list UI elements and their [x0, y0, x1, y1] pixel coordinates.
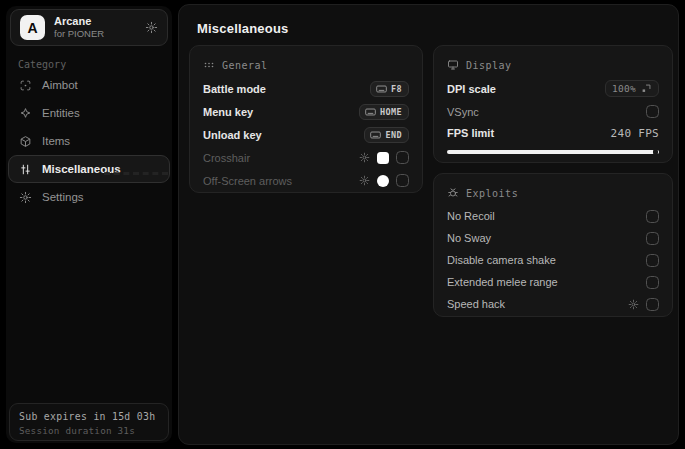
- sub-expires-text: Sub expires in 15d 03h: [19, 410, 159, 424]
- crosshair-row: Crosshair: [203, 146, 409, 169]
- battle-mode-keybind[interactable]: F8: [370, 81, 409, 97]
- speed-hack-checkbox[interactable]: [646, 298, 659, 311]
- battle-mode-row: Battle mode F8: [203, 77, 409, 100]
- page-title: Miscellaneous: [197, 21, 288, 36]
- sparkle-icon: [19, 107, 32, 120]
- vsync-row: VSync: [447, 100, 659, 123]
- sidebar-item-aimbot[interactable]: Aimbot: [8, 71, 170, 99]
- offscreen-arrows-row: Off-Screen arrows: [203, 169, 409, 192]
- no-sway-label: No Sway: [447, 232, 646, 244]
- cube-icon: [19, 135, 32, 148]
- sidebar-item-label: Items: [42, 135, 70, 147]
- unload-key-label: Unload key: [203, 129, 364, 141]
- extended-melee-range-row: Extended melee range: [447, 271, 659, 293]
- fps-limit-value: 240 FPS: [611, 127, 659, 140]
- menu-key-value: HOME: [380, 107, 402, 117]
- no-sway-checkbox[interactable]: [646, 232, 659, 245]
- display-panel-title: Display: [466, 60, 512, 71]
- scan-icon: [19, 79, 32, 92]
- gear-icon: [19, 191, 32, 204]
- fps-limit-row: FPS limit 240 FPS: [447, 123, 659, 143]
- keyboard-icon: [370, 131, 381, 139]
- offscreen-arrows-checkbox[interactable]: [396, 174, 409, 187]
- display-panel-header: Display: [447, 56, 659, 74]
- dpi-scale-label: DPI scale: [447, 83, 605, 95]
- speed-hack-gear-icon[interactable]: [628, 299, 639, 310]
- disable-camera-shake-label: Disable camera shake: [447, 254, 646, 266]
- crosshair-color-swatch[interactable]: [377, 152, 389, 164]
- crosshair-label: Crosshair: [203, 152, 359, 164]
- unload-keybind[interactable]: END: [364, 127, 409, 143]
- app-logo-letter: A: [27, 20, 37, 36]
- sidebar-item-label: Entities: [42, 107, 80, 119]
- offscreen-arrows-color-swatch[interactable]: [377, 175, 389, 187]
- offscreen-arrows-label: Off-Screen arrows: [203, 175, 359, 187]
- general-panel: General Battle mode F8 Menu key: [189, 45, 423, 193]
- exploits-panel-title: Exploits: [466, 188, 518, 199]
- display-panel: Display DPI scale 100% VSync FPS limit 2…: [433, 45, 673, 163]
- sidebar-item-items[interactable]: Items: [8, 127, 170, 155]
- sidebar: A Arcane for PIONER Category Aimbot: [6, 6, 172, 443]
- dpi-scale-row: DPI scale 100%: [447, 77, 659, 100]
- vsync-label: VSync: [447, 106, 646, 118]
- unload-key-value: END: [385, 130, 402, 140]
- speed-hack-row: Speed hack: [447, 293, 659, 315]
- keyboard-icon: [376, 85, 387, 93]
- exploits-panel: Exploits No Recoil No Sway Disable camer…: [433, 173, 673, 317]
- speed-hack-label: Speed hack: [447, 298, 628, 310]
- category-label: Category: [18, 59, 66, 70]
- sidebar-item-settings[interactable]: Settings: [8, 183, 170, 211]
- account-gear-icon[interactable]: [145, 21, 158, 34]
- app-header-card: A Arcane for PIONER: [10, 9, 168, 46]
- session-duration-text: Session duration 31s: [19, 424, 159, 437]
- offscreen-arrows-gear-icon[interactable]: [359, 175, 370, 186]
- battle-mode-label: Battle mode: [203, 83, 370, 95]
- no-sway-row: No Sway: [447, 227, 659, 249]
- exploits-panel-header: Exploits: [447, 184, 659, 202]
- no-recoil-row: No Recoil: [447, 205, 659, 227]
- dpi-scale-value: 100%: [612, 83, 636, 94]
- fps-slider-fill: [447, 150, 659, 154]
- general-panel-header: General: [203, 56, 409, 74]
- fps-slider-knob[interactable]: [653, 150, 658, 155]
- vsync-checkbox[interactable]: [646, 105, 659, 118]
- monitor-icon: [447, 59, 459, 71]
- menu-keybind[interactable]: HOME: [359, 104, 409, 120]
- unload-key-row: Unload key END: [203, 123, 409, 146]
- sidebar-nav: Aimbot Entities Items: [8, 71, 170, 211]
- no-recoil-label: No Recoil: [447, 210, 646, 222]
- dashed-decoration: [104, 172, 168, 175]
- crosshair-gear-icon[interactable]: [359, 152, 370, 163]
- no-recoil-checkbox[interactable]: [646, 210, 659, 223]
- extended-melee-range-checkbox[interactable]: [646, 276, 659, 289]
- fps-limit-slider[interactable]: [447, 150, 659, 154]
- app-name: Arcane: [54, 15, 104, 29]
- sliders-icon: [19, 163, 32, 176]
- dpi-scale-selector[interactable]: 100%: [605, 80, 659, 97]
- subscription-card: Sub expires in 15d 03h Session duration …: [9, 403, 169, 441]
- sidebar-item-entities[interactable]: Entities: [8, 99, 170, 127]
- sidebar-item-label: Aimbot: [42, 79, 78, 91]
- grid-dots-icon: [203, 59, 215, 71]
- main-content: Miscellaneous General Battle mode F8: [178, 4, 679, 445]
- crosshair-checkbox[interactable]: [396, 151, 409, 164]
- extended-melee-range-label: Extended melee range: [447, 276, 646, 288]
- scale-icon: [641, 83, 652, 94]
- battle-mode-key-value: F8: [391, 84, 402, 94]
- menu-key-label: Menu key: [203, 106, 359, 118]
- app-subtitle: for PIONER: [54, 28, 104, 40]
- sidebar-item-label: Settings: [42, 191, 84, 203]
- bug-icon: [447, 187, 459, 199]
- app-meta: Arcane for PIONER: [54, 15, 104, 41]
- disable-camera-shake-checkbox[interactable]: [646, 254, 659, 267]
- keyboard-icon: [365, 108, 376, 116]
- general-panel-title: General: [222, 60, 268, 71]
- disable-camera-shake-row: Disable camera shake: [447, 249, 659, 271]
- menu-key-row: Menu key HOME: [203, 100, 409, 123]
- app-logo: A: [20, 15, 45, 40]
- sidebar-item-miscellaneous[interactable]: Miscellaneous: [8, 155, 170, 183]
- fps-limit-label: FPS limit: [447, 127, 611, 139]
